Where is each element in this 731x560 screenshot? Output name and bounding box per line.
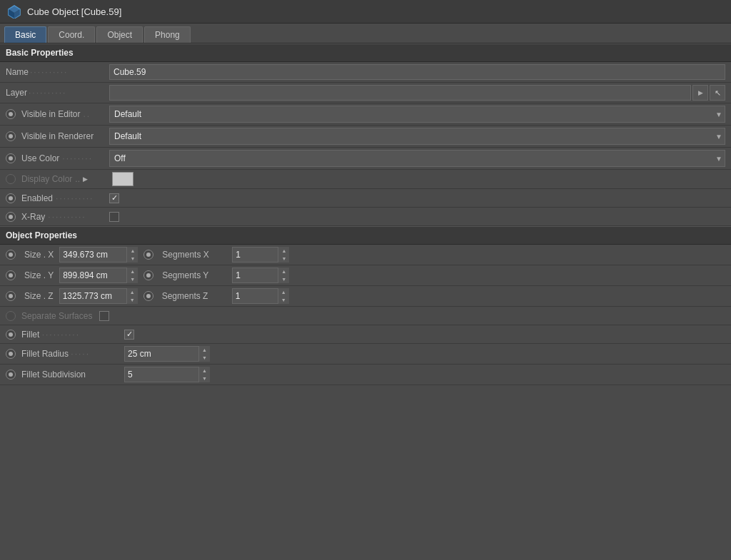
use-color-label: Use Color ········ [6,153,109,163]
size-z-down[interactable]: ▼ [127,296,138,304]
xray-control [109,212,725,222]
segments-y-down[interactable]: ▼ [278,275,289,283]
layer-arrow-button[interactable]: ▶ [692,85,708,101]
arrow-right-icon: ▶ [698,89,703,96]
name-row: Name ·········· [0,62,731,83]
layer-input-group: ▶ ↖ [109,85,725,101]
visible-renderer-dropdown-wrapper: Default ▼ [109,128,725,145]
visible-renderer-control: Default ▼ [109,128,725,145]
separate-surfaces-label: Separate Surfaces [21,311,92,321]
fillet-subdivision-label: Fillet Subdivision [21,370,121,380]
segments-x-spinner: ▲ ▼ [232,247,289,263]
segments-x-up[interactable]: ▲ [278,247,289,255]
size-y-arrows: ▲ ▼ [126,268,138,283]
fillet-radius-input[interactable] [124,346,210,362]
cursor-icon: ↖ [715,88,721,98]
separate-surfaces-checkbox[interactable] [99,311,109,321]
enabled-row: Enabled ·········· [0,189,731,208]
visible-editor-radio[interactable] [6,109,16,119]
visible-editor-row: Visible in Editor .. Default ▼ [0,103,731,126]
segments-z-radio[interactable] [143,291,153,301]
fillet-radius-label: Fillet Radius ····· [21,349,121,359]
use-color-radio[interactable] [6,153,16,163]
layer-row: Layer ·········· ▶ ↖ [0,83,731,103]
enabled-radio[interactable] [6,193,16,203]
tab-basic[interactable]: Basic [4,26,46,43]
xray-radio[interactable] [6,212,16,222]
name-control [109,64,725,80]
segments-y-spinner: ▲ ▼ [232,268,289,283]
use-color-control: Off ▼ [109,150,725,167]
size-y-row: Size . Y ▲ ▼ Segments Y ▲ ▼ [0,265,731,286]
size-x-spinner: ▲ ▼ [59,247,138,263]
fillet-radius-down[interactable]: ▼ [199,354,210,362]
visible-editor-dropdown[interactable]: Default [109,106,725,123]
display-color-row: Display Color .. ▶ [0,170,731,189]
use-color-dropdown-wrapper: Off ▼ [109,150,725,167]
size-x-label: Size . X [24,250,54,260]
fillet-radius-arrows: ▲ ▼ [198,346,210,362]
enabled-label: Enabled ·········· [6,193,109,203]
display-color-arrow-icon[interactable]: ▶ [83,175,88,183]
size-y-down[interactable]: ▼ [127,275,138,283]
display-color-swatch[interactable] [112,172,133,186]
fillet-checkbox[interactable] [124,330,134,340]
size-y-radio[interactable] [6,270,16,280]
name-input[interactable] [109,64,725,80]
tab-phong[interactable]: Phong [144,26,191,43]
fillet-subdivision-spinner: ▲ ▼ [124,367,210,382]
segments-z-up[interactable]: ▲ [278,288,289,296]
display-color-radio[interactable] [6,174,16,184]
separate-surfaces-radio[interactable] [6,311,16,321]
segments-z-down[interactable]: ▼ [278,296,289,304]
visible-editor-control: Default ▼ [109,106,725,123]
size-y-up[interactable]: ▲ [127,268,138,275]
segments-x-down[interactable]: ▼ [278,255,289,263]
size-x-up[interactable]: ▲ [127,247,138,255]
xray-checkbox[interactable] [109,212,119,222]
fillet-radio[interactable] [6,330,16,340]
visible-editor-label: Visible in Editor .. [6,109,109,119]
segments-y-up[interactable]: ▲ [278,268,289,275]
main-panel: Cube Object [Cube.59] Basic Coord. Objec… [0,0,731,560]
visible-renderer-row: Visible in Renderer Default ▼ [0,126,731,148]
xray-row: X-Ray ·········· [0,208,731,226]
layer-field[interactable] [109,85,691,101]
layer-cursor-button[interactable]: ↖ [710,85,725,101]
visible-renderer-label: Visible in Renderer [6,131,109,141]
size-x-down[interactable]: ▼ [127,255,138,263]
separate-surfaces-row: Separate Surfaces [0,307,731,325]
tab-object[interactable]: Object [96,26,143,43]
size-z-label: Size . Z [24,291,54,301]
segments-x-label: Segments X [162,250,226,260]
size-z-row: Size . Z ▲ ▼ Segments Z ▲ ▼ [0,286,731,307]
size-z-up[interactable]: ▲ [127,288,138,296]
fillet-radius-up[interactable]: ▲ [199,346,210,354]
fillet-subdivision-up[interactable]: ▲ [199,367,210,375]
visible-renderer-radio[interactable] [6,131,16,141]
size-z-radio[interactable] [6,291,16,301]
cube-icon [7,4,21,19]
enabled-control [109,193,725,203]
segments-x-radio[interactable] [143,250,153,260]
fillet-subdivision-input[interactable] [124,367,210,382]
enabled-checkbox[interactable] [109,193,119,203]
segments-z-arrows: ▲ ▼ [278,288,289,304]
segments-y-radio[interactable] [143,270,153,280]
fillet-radius-radio[interactable] [6,349,16,359]
segments-z-label: Segments Z [162,291,226,301]
window-title: Cube Object [Cube.59] [27,6,121,17]
size-z-arrows: ▲ ▼ [126,288,138,304]
tab-coord[interactable]: Coord. [48,26,95,43]
size-y-spinner: ▲ ▼ [59,268,138,283]
display-color-label: Display Color .. ▶ [6,174,109,184]
display-color-control [109,172,725,186]
use-color-row: Use Color ········ Off ▼ [0,148,731,170]
visible-renderer-dropdown[interactable]: Default [109,128,725,145]
fillet-row: Fillet ·········· [0,325,731,344]
size-x-radio[interactable] [6,250,16,260]
fillet-radius-row: Fillet Radius ····· ▲ ▼ [0,344,731,365]
use-color-dropdown[interactable]: Off [109,150,725,167]
fillet-subdivision-radio[interactable] [6,370,16,380]
fillet-subdivision-down[interactable]: ▼ [199,375,210,382]
